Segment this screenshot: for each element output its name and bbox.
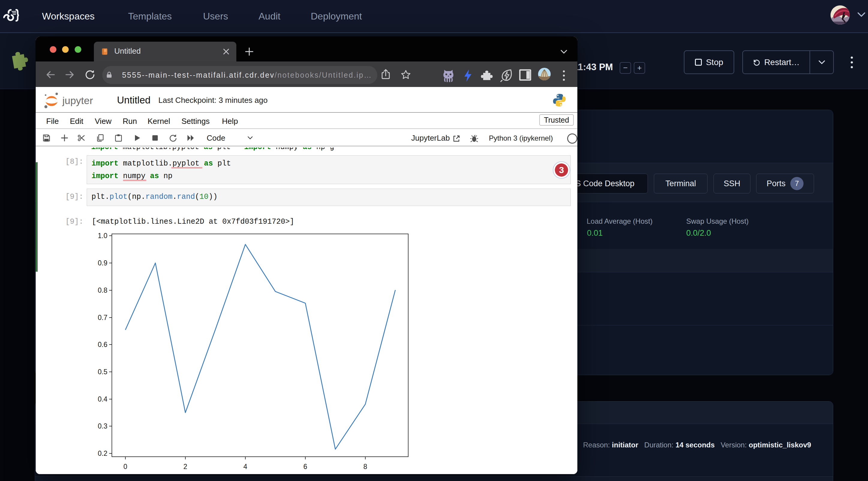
svg-text:0.5: 0.5 [98, 368, 107, 376]
svg-text:0.6: 0.6 [98, 341, 107, 348]
svg-text:0.8: 0.8 [98, 286, 107, 294]
svg-text:0.2: 0.2 [98, 450, 107, 457]
svg-text:0.4: 0.4 [98, 395, 107, 403]
svg-text:6: 6 [304, 463, 307, 471]
svg-text:4: 4 [244, 463, 247, 471]
svg-text:0.9: 0.9 [98, 259, 107, 267]
svg-text:0.7: 0.7 [98, 314, 107, 321]
svg-text:8: 8 [364, 463, 367, 471]
svg-text:2: 2 [184, 463, 187, 471]
svg-text:0.3: 0.3 [98, 422, 107, 430]
svg-text:1.0: 1.0 [98, 232, 107, 239]
svg-text:0: 0 [124, 463, 127, 471]
